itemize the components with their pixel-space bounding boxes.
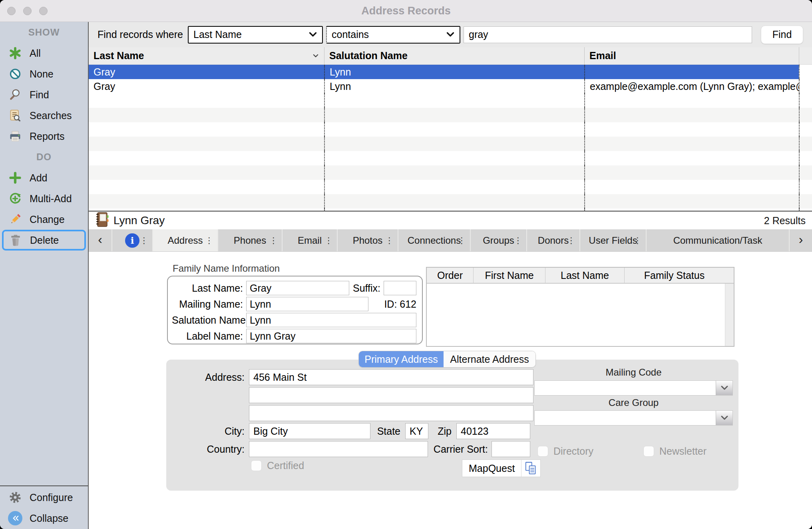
window-title: Address Records: [0, 0, 812, 22]
tabs-scroll-left[interactable]: ‹: [89, 229, 112, 251]
tab-connections[interactable]: Connections ⋮: [398, 229, 471, 251]
label-name-label: Label Name:: [172, 330, 243, 342]
sidebar-item-multi-add[interactable]: Multi-Add: [0, 188, 88, 209]
column-header-last-name[interactable]: Last Name: [545, 268, 624, 283]
tab-user-fields[interactable]: User Fields ⋮: [580, 229, 647, 251]
info-icon: i: [125, 233, 139, 248]
sidebar-item-reports[interactable]: Reports: [0, 126, 88, 147]
tab-communication-task[interactable]: Communication/Task: [647, 229, 790, 251]
address-line3-input[interactable]: [249, 405, 533, 421]
sidebar-item-find[interactable]: Find: [0, 84, 88, 105]
address-line2-input[interactable]: [249, 387, 533, 403]
salutation-name-input[interactable]: [246, 313, 416, 327]
chevron-down-icon: [716, 411, 732, 425]
column-header-family-status[interactable]: Family Status: [624, 268, 724, 283]
tab-address[interactable]: Address ⋮: [153, 229, 218, 251]
primary-address-tab[interactable]: Primary Address: [359, 351, 444, 367]
zip-label: Zip: [424, 423, 452, 439]
column-header-last-name[interactable]: Last Name: [89, 47, 324, 64]
pencil-icon: [8, 212, 22, 227]
sidebar-item-collapse[interactable]: Collapse: [0, 508, 88, 529]
search-query-input[interactable]: [464, 26, 752, 43]
tabs-scroll-right[interactable]: ›: [790, 229, 812, 251]
kebab-menu-icon[interactable]: ⋮: [324, 236, 333, 245]
column-header-email[interactable]: Email: [584, 47, 799, 64]
close-button[interactable]: [7, 7, 16, 15]
chevron-down-icon: [446, 32, 455, 38]
minimize-button[interactable]: [23, 7, 32, 15]
table-row-selected[interactable]: Gray Lynn: [89, 65, 812, 79]
tab-groups[interactable]: Groups ⋮: [471, 229, 527, 251]
address-line1-input[interactable]: [249, 369, 533, 385]
mailing-name-input[interactable]: [246, 297, 368, 311]
newsletter-checkbox[interactable]: [643, 446, 654, 457]
app-window: Address Records SHOW All None Find: [0, 0, 812, 529]
chevron-down-icon: [308, 32, 317, 38]
mapquest-button[interactable]: MapQuest: [462, 460, 521, 477]
sidebar-item-label: Find: [30, 89, 49, 101]
zoom-button[interactable]: [39, 7, 48, 15]
state-label: State: [366, 423, 400, 439]
last-name-input[interactable]: [246, 281, 349, 295]
directory-checkbox[interactable]: [537, 446, 548, 457]
sidebar-item-all[interactable]: All: [0, 43, 88, 64]
address-detail-panel: Family Name Information Last Name: Suffi…: [89, 252, 812, 529]
sidebar-item-configure[interactable]: Configure: [0, 487, 88, 508]
operator-select[interactable]: contains: [326, 26, 460, 44]
alternate-address-tab[interactable]: Alternate Address: [444, 351, 535, 367]
suffix-input[interactable]: [384, 281, 416, 295]
sidebar-item-label: Change: [30, 214, 65, 225]
asterisk-icon: [8, 46, 22, 60]
carrier-sort-input[interactable]: [492, 441, 530, 457]
table-row[interactable]: Gray Lynn example@example.com (Lynn Gray…: [89, 79, 812, 93]
search-icon: [8, 88, 22, 102]
find-button[interactable]: Find: [761, 26, 803, 44]
tab-phones[interactable]: Phones ⋮: [218, 229, 283, 251]
kebab-menu-icon[interactable]: ⋮: [269, 236, 278, 245]
address-book-icon: [95, 212, 109, 229]
circle-slash-icon: [8, 67, 22, 81]
kebab-menu-icon[interactable]: ⋮: [514, 236, 522, 245]
carrier-sort-label: Carrier Sort:: [406, 441, 488, 457]
family-members-table: Order First Name Last Name Family Status: [426, 267, 734, 347]
certified-checkbox[interactable]: [251, 460, 262, 471]
column-header-salutation-name[interactable]: Salutation Name: [324, 47, 584, 64]
label-name-input[interactable]: [246, 329, 416, 343]
tab-donors[interactable]: Donors ⋮: [527, 229, 580, 251]
mailing-code-select[interactable]: [534, 380, 733, 396]
sidebar-item-change[interactable]: Change: [0, 209, 88, 230]
kebab-menu-icon[interactable]: ⋮: [140, 236, 148, 245]
family-name-box: Last Name: Suffix: Mailing Name: ID: 612…: [167, 276, 423, 344]
city-input[interactable]: [249, 423, 370, 439]
copy-address-button[interactable]: [521, 460, 540, 477]
copy-icon: [525, 461, 537, 475]
country-input[interactable]: [249, 441, 428, 457]
sidebar-item-label: Add: [30, 172, 47, 184]
kebab-menu-icon[interactable]: ⋮: [385, 236, 394, 245]
sidebar-item-none[interactable]: None: [0, 64, 88, 84]
sidebar-item-add[interactable]: Add: [0, 167, 88, 188]
tab-photos[interactable]: Photos ⋮: [338, 229, 398, 251]
care-group-select[interactable]: [534, 410, 733, 426]
scrollbar-track[interactable]: [725, 284, 734, 346]
tab-info[interactable]: i ⋮: [112, 229, 153, 251]
address-type-segmented-control: Primary Address Alternate Address: [358, 351, 536, 368]
kebab-menu-icon[interactable]: ⋮: [205, 236, 213, 245]
primary-address-panel: Address: City: State Zip Country: Carrie…: [166, 360, 738, 491]
address-label: Address:: [166, 369, 245, 385]
field-select[interactable]: Last Name: [188, 26, 323, 44]
city-label: City:: [166, 423, 245, 439]
directory-label: Directory: [553, 446, 593, 457]
kebab-menu-icon[interactable]: ⋮: [458, 236, 466, 245]
kebab-menu-icon[interactable]: ⋮: [567, 236, 575, 245]
country-label: Country:: [166, 441, 245, 457]
column-header-order[interactable]: Order: [427, 268, 473, 283]
sidebar-item-label: Reports: [30, 131, 65, 142]
sidebar-item-delete[interactable]: Delete: [2, 230, 86, 251]
kebab-menu-icon[interactable]: ⋮: [633, 236, 642, 245]
zip-input[interactable]: [456, 423, 530, 439]
column-header-first-name[interactable]: First Name: [473, 268, 545, 283]
sidebar-item-searches[interactable]: Searches: [0, 105, 88, 126]
tab-email[interactable]: Email ⋮: [283, 229, 338, 251]
gear-icon: [8, 490, 22, 505]
